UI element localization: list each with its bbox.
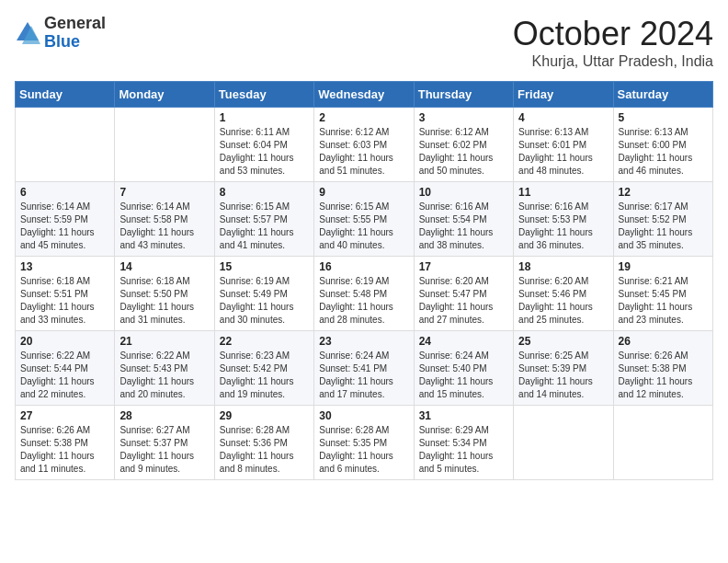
- header-friday: Friday: [514, 82, 613, 108]
- day-content: Sunrise: 6:19 AM Sunset: 5:49 PM Dayligh…: [220, 275, 309, 327]
- day-content: Sunrise: 6:27 AM Sunset: 5:37 PM Dayligh…: [119, 424, 209, 476]
- day-number: 12: [619, 186, 708, 199]
- day-content: Sunrise: 6:17 AM Sunset: 5:52 PM Dayligh…: [619, 201, 708, 252]
- day-cell: 6Sunrise: 6:14 AM Sunset: 5:59 PM Daylig…: [16, 182, 115, 257]
- day-cell: 18Sunrise: 6:20 AM Sunset: 5:46 PM Dayli…: [514, 257, 613, 331]
- day-content: Sunrise: 6:13 AM Sunset: 6:00 PM Dayligh…: [619, 126, 708, 178]
- day-number: 21: [119, 335, 209, 348]
- day-cell: [115, 108, 214, 182]
- day-number: 11: [518, 186, 608, 199]
- day-cell: 28Sunrise: 6:27 AM Sunset: 5:37 PM Dayli…: [115, 406, 214, 480]
- day-cell: 16Sunrise: 6:19 AM Sunset: 5:48 PM Dayli…: [314, 257, 414, 331]
- header-saturday: Saturday: [613, 82, 712, 108]
- day-cell: 30Sunrise: 6:28 AM Sunset: 5:35 PM Dayli…: [314, 406, 414, 480]
- day-cell: 13Sunrise: 6:18 AM Sunset: 5:51 PM Dayli…: [16, 257, 115, 331]
- day-cell: 4Sunrise: 6:13 AM Sunset: 6:01 PM Daylig…: [514, 108, 613, 182]
- day-cell: 10Sunrise: 6:16 AM Sunset: 5:54 PM Dayli…: [414, 182, 513, 257]
- day-content: Sunrise: 6:26 AM Sunset: 5:38 PM Dayligh…: [20, 424, 109, 476]
- day-cell: 27Sunrise: 6:26 AM Sunset: 5:38 PM Dayli…: [16, 406, 115, 480]
- day-cell: 3Sunrise: 6:12 AM Sunset: 6:02 PM Daylig…: [414, 108, 513, 182]
- day-content: Sunrise: 6:22 AM Sunset: 5:44 PM Dayligh…: [20, 350, 109, 401]
- day-number: 30: [319, 409, 408, 422]
- day-cell: [16, 108, 115, 182]
- day-cell: 17Sunrise: 6:20 AM Sunset: 5:47 PM Dayli…: [414, 257, 513, 331]
- day-content: Sunrise: 6:22 AM Sunset: 5:43 PM Dayligh…: [119, 350, 209, 401]
- header-thursday: Thursday: [414, 82, 513, 108]
- day-number: 5: [619, 111, 708, 124]
- day-number: 22: [220, 335, 309, 348]
- day-content: Sunrise: 6:21 AM Sunset: 5:45 PM Dayligh…: [619, 275, 708, 327]
- title-section: October 2024 Khurja, Uttar Pradesh, Indi…: [513, 15, 713, 70]
- day-number: 31: [419, 409, 508, 422]
- page-header: General Blue October 2024 Khurja, Uttar …: [15, 15, 713, 70]
- day-content: Sunrise: 6:26 AM Sunset: 5:38 PM Dayligh…: [619, 350, 708, 401]
- day-number: 3: [419, 111, 508, 124]
- day-content: Sunrise: 6:28 AM Sunset: 5:36 PM Dayligh…: [220, 424, 309, 476]
- day-content: Sunrise: 6:13 AM Sunset: 6:01 PM Dayligh…: [518, 126, 608, 178]
- day-number: 20: [20, 335, 109, 348]
- day-cell: 14Sunrise: 6:18 AM Sunset: 5:50 PM Dayli…: [115, 257, 214, 331]
- day-content: Sunrise: 6:14 AM Sunset: 5:59 PM Dayligh…: [20, 201, 109, 252]
- day-content: Sunrise: 6:20 AM Sunset: 5:46 PM Dayligh…: [518, 275, 608, 327]
- day-cell: 12Sunrise: 6:17 AM Sunset: 5:52 PM Dayli…: [613, 182, 712, 257]
- day-content: Sunrise: 6:15 AM Sunset: 5:55 PM Dayligh…: [319, 201, 408, 252]
- day-cell: 20Sunrise: 6:22 AM Sunset: 5:44 PM Dayli…: [16, 331, 115, 406]
- day-number: 8: [220, 186, 309, 199]
- week-row-4: 20Sunrise: 6:22 AM Sunset: 5:44 PM Dayli…: [16, 331, 713, 406]
- day-cell: 26Sunrise: 6:26 AM Sunset: 5:38 PM Dayli…: [613, 331, 712, 406]
- day-number: 17: [419, 260, 508, 273]
- day-content: Sunrise: 6:28 AM Sunset: 5:35 PM Dayligh…: [319, 424, 408, 476]
- day-content: Sunrise: 6:11 AM Sunset: 6:04 PM Dayligh…: [220, 126, 309, 178]
- header-tuesday: Tuesday: [214, 82, 313, 108]
- day-cell: [613, 406, 712, 480]
- header-row: SundayMondayTuesdayWednesdayThursdayFrid…: [16, 82, 713, 108]
- logo-blue-text: Blue: [44, 33, 106, 52]
- day-number: 18: [518, 260, 608, 273]
- day-number: 27: [20, 409, 109, 422]
- day-content: Sunrise: 6:29 AM Sunset: 5:34 PM Dayligh…: [419, 424, 508, 476]
- calendar-header: SundayMondayTuesdayWednesdayThursdayFrid…: [16, 82, 713, 108]
- day-content: Sunrise: 6:16 AM Sunset: 5:54 PM Dayligh…: [419, 201, 508, 252]
- day-content: Sunrise: 6:12 AM Sunset: 6:02 PM Dayligh…: [419, 126, 508, 178]
- day-number: 13: [20, 260, 109, 273]
- week-row-5: 27Sunrise: 6:26 AM Sunset: 5:38 PM Dayli…: [16, 406, 713, 480]
- day-cell: 21Sunrise: 6:22 AM Sunset: 5:43 PM Dayli…: [115, 331, 214, 406]
- location: Khurja, Uttar Pradesh, India: [513, 53, 713, 70]
- day-number: 1: [220, 111, 309, 124]
- day-cell: 11Sunrise: 6:16 AM Sunset: 5:53 PM Dayli…: [514, 182, 613, 257]
- header-wednesday: Wednesday: [314, 82, 414, 108]
- day-content: Sunrise: 6:18 AM Sunset: 5:50 PM Dayligh…: [119, 275, 209, 327]
- logo-text: General Blue: [44, 15, 106, 52]
- day-number: 29: [220, 409, 309, 422]
- header-sunday: Sunday: [16, 82, 115, 108]
- day-cell: 24Sunrise: 6:24 AM Sunset: 5:40 PM Dayli…: [414, 331, 513, 406]
- day-cell: 22Sunrise: 6:23 AM Sunset: 5:42 PM Dayli…: [214, 331, 313, 406]
- week-row-3: 13Sunrise: 6:18 AM Sunset: 5:51 PM Dayli…: [16, 257, 713, 331]
- day-number: 28: [119, 409, 209, 422]
- day-number: 10: [419, 186, 508, 199]
- day-number: 23: [319, 335, 408, 348]
- day-number: 4: [518, 111, 608, 124]
- day-content: Sunrise: 6:16 AM Sunset: 5:53 PM Dayligh…: [518, 201, 608, 252]
- day-cell: 19Sunrise: 6:21 AM Sunset: 5:45 PM Dayli…: [613, 257, 712, 331]
- day-content: Sunrise: 6:12 AM Sunset: 6:03 PM Dayligh…: [319, 126, 408, 178]
- day-content: Sunrise: 6:14 AM Sunset: 5:58 PM Dayligh…: [119, 201, 209, 252]
- day-cell: 23Sunrise: 6:24 AM Sunset: 5:41 PM Dayli…: [314, 331, 414, 406]
- header-monday: Monday: [115, 82, 214, 108]
- day-cell: 25Sunrise: 6:25 AM Sunset: 5:39 PM Dayli…: [514, 331, 613, 406]
- day-content: Sunrise: 6:20 AM Sunset: 5:47 PM Dayligh…: [419, 275, 508, 327]
- day-number: 24: [419, 335, 508, 348]
- day-cell: 29Sunrise: 6:28 AM Sunset: 5:36 PM Dayli…: [214, 406, 313, 480]
- calendar-body: 1Sunrise: 6:11 AM Sunset: 6:04 PM Daylig…: [16, 108, 713, 480]
- logo: General Blue: [15, 15, 106, 52]
- day-cell: 5Sunrise: 6:13 AM Sunset: 6:00 PM Daylig…: [613, 108, 712, 182]
- day-number: 16: [319, 260, 408, 273]
- day-content: Sunrise: 6:15 AM Sunset: 5:57 PM Dayligh…: [220, 201, 309, 252]
- logo-icon: [15, 20, 40, 46]
- day-number: 7: [119, 186, 209, 199]
- calendar-table: SundayMondayTuesdayWednesdayThursdayFrid…: [15, 81, 713, 480]
- day-cell: 7Sunrise: 6:14 AM Sunset: 5:58 PM Daylig…: [115, 182, 214, 257]
- day-cell: [514, 406, 613, 480]
- day-number: 19: [619, 260, 708, 273]
- day-content: Sunrise: 6:24 AM Sunset: 5:41 PM Dayligh…: [319, 350, 408, 401]
